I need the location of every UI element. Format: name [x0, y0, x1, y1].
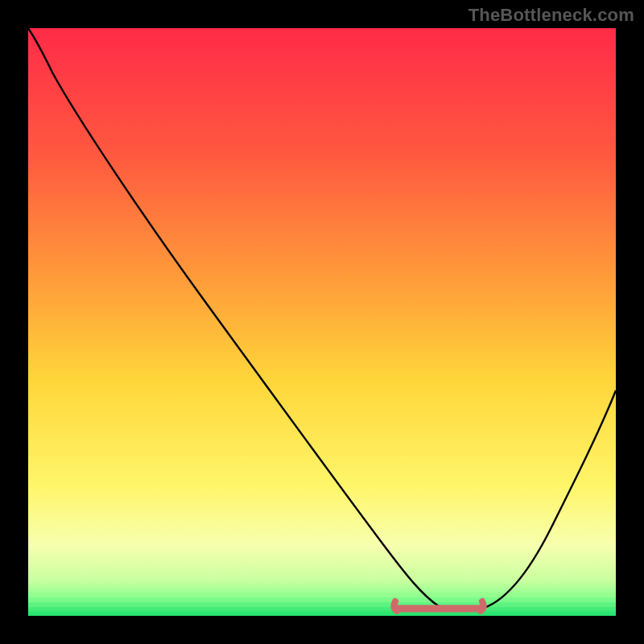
watermark-text: TheBottleneck.com [469, 5, 634, 26]
svg-rect-0 [28, 588, 616, 591]
chart-frame: TheBottleneck.com [0, 0, 644, 644]
svg-rect-4 [28, 607, 616, 611]
plot-svg [28, 28, 616, 616]
svg-rect-5 [28, 611, 616, 616]
svg-rect-1 [28, 592, 616, 596]
svg-rect-2 [28, 597, 616, 601]
gradient-background [28, 28, 616, 616]
plot-area [28, 28, 616, 616]
svg-rect-3 [28, 602, 616, 605]
